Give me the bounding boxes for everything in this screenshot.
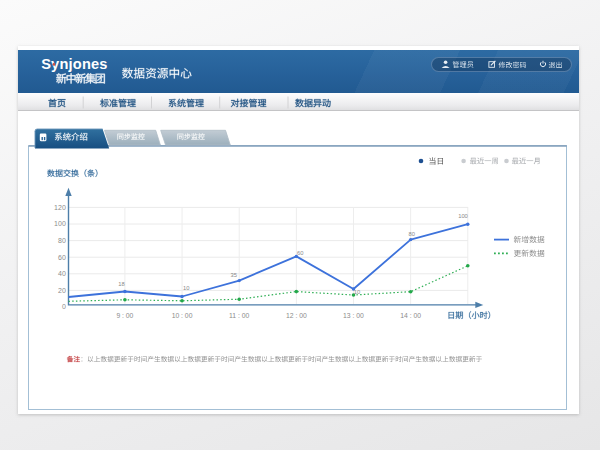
svg-text:80: 80 xyxy=(58,237,66,244)
svg-text:12 : 00: 12 : 00 xyxy=(286,312,307,319)
svg-text:40: 40 xyxy=(58,270,66,277)
svg-text:9 : 00: 9 : 00 xyxy=(116,312,133,319)
svg-text:35: 35 xyxy=(231,272,237,278)
svg-text:60: 60 xyxy=(297,250,303,256)
svg-text:10: 10 xyxy=(354,289,360,295)
svg-text:100: 100 xyxy=(458,213,468,219)
svg-text:60: 60 xyxy=(58,254,66,261)
svg-text:20: 20 xyxy=(58,287,66,294)
svg-text:80: 80 xyxy=(408,231,414,237)
svg-text:10: 10 xyxy=(183,285,189,291)
svg-text:Synjones: Synjones xyxy=(41,56,107,72)
svg-text:10 : 00: 10 : 00 xyxy=(172,312,193,319)
svg-text:14 : 00: 14 : 00 xyxy=(400,312,421,319)
svg-text:13 : 00: 13 : 00 xyxy=(343,312,364,319)
svg-text:18: 18 xyxy=(118,281,124,287)
svg-text:0: 0 xyxy=(62,303,66,310)
svg-text:120: 120 xyxy=(54,204,66,211)
svg-text:100: 100 xyxy=(54,220,66,227)
svg-text:11 : 00: 11 : 00 xyxy=(229,312,250,319)
